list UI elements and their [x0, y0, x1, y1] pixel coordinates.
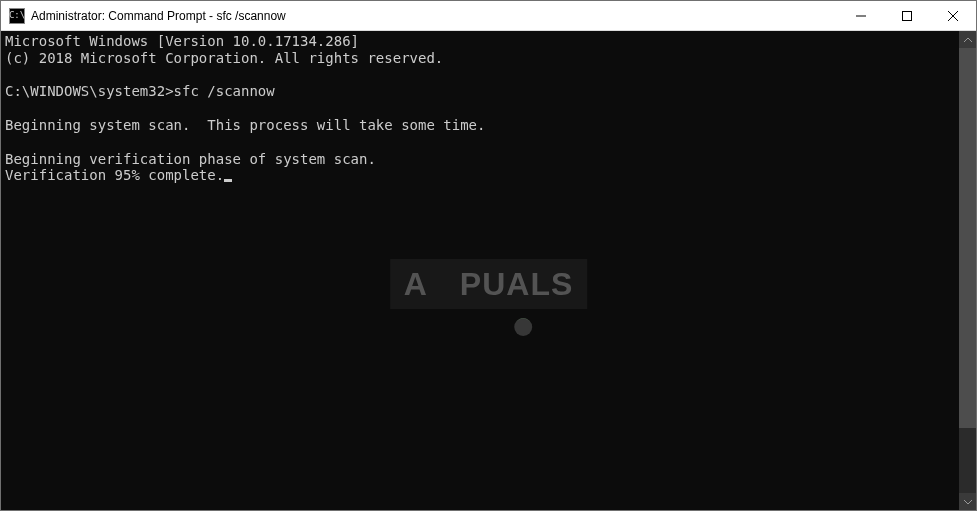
svg-rect-1: [903, 11, 912, 20]
svg-point-4: [514, 318, 532, 336]
scan-begin-line: Beginning system scan. This process will…: [5, 117, 485, 133]
progress-line: Verification 95% complete.: [5, 167, 224, 183]
chevron-down-icon: [964, 499, 972, 505]
os-version-line: Microsoft Windows [Version 10.0.17134.28…: [5, 33, 359, 49]
terminal-output[interactable]: Microsoft Windows [Version 10.0.17134.28…: [1, 31, 976, 510]
copyright-line: (c) 2018 Microsoft Corporation. All righ…: [5, 50, 443, 66]
maximize-button[interactable]: [884, 1, 930, 30]
verification-phase-line: Beginning verification phase of system s…: [5, 151, 376, 167]
mascot-icon: [430, 270, 458, 298]
scroll-thumb[interactable]: [959, 48, 976, 428]
watermark-prefix: A: [404, 265, 428, 303]
watermark-suffix: PUALS: [460, 265, 573, 303]
watermark: A PUALS: [390, 259, 588, 309]
minimize-icon: [856, 11, 866, 21]
scroll-up-button[interactable]: [959, 31, 976, 48]
close-icon: [948, 11, 958, 21]
window-controls: [838, 1, 976, 30]
maximize-icon: [902, 11, 912, 21]
vertical-scrollbar[interactable]: [959, 31, 976, 510]
scroll-down-button[interactable]: [959, 493, 976, 510]
window-title: Administrator: Command Prompt - sfc /sca…: [31, 9, 838, 23]
command-prompt-window: C:\ Administrator: Command Prompt - sfc …: [0, 0, 977, 511]
text-cursor: [224, 179, 232, 182]
chevron-up-icon: [964, 37, 972, 43]
close-button[interactable]: [930, 1, 976, 30]
title-bar[interactable]: C:\ Administrator: Command Prompt - sfc …: [1, 1, 976, 31]
prompt-line: C:\WINDOWS\system32>sfc /scannow: [5, 83, 275, 99]
minimize-button[interactable]: [838, 1, 884, 30]
cmd-icon: C:\: [9, 8, 25, 24]
